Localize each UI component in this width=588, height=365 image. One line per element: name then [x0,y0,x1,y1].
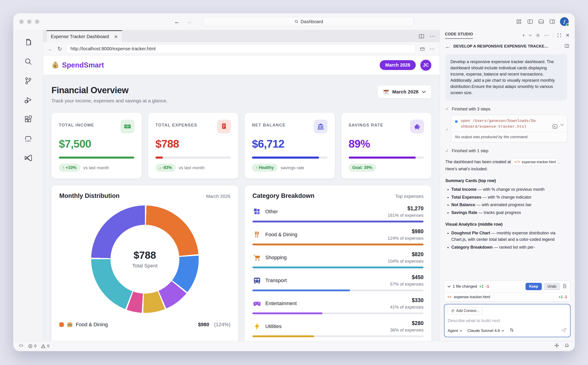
model-select[interactable]: Claude Sonnet 4.6 [468,329,504,333]
url-input[interactable] [66,44,415,53]
diff-file-icon[interactable] [562,283,567,290]
agent-mode-label: Agent [448,329,458,333]
refresh-icon[interactable]: ↻ [57,46,62,52]
maximize-window-icon[interactable] [35,20,39,24]
search-icon[interactable] [24,57,33,66]
month-picker[interactable]: 17 March 2028 [378,85,431,98]
paperclip-icon [451,309,454,313]
change-badge: ↑ +10% [59,164,80,172]
assistant-message: The dashboard has been created at </>exp… [445,158,567,172]
svg-text:LOO: LOO [25,140,30,142]
source-control-icon[interactable] [24,76,33,85]
tools-icon[interactable] [510,328,514,334]
address-bar[interactable]: Dashboard [204,17,414,26]
remote-icon[interactable] [19,343,23,349]
step-finished-1[interactable]: ✓ Finished with 1 step [445,148,567,153]
category-pct: 161% of expenses [388,213,424,218]
chevron-down-icon[interactable] [447,286,451,288]
panel-title: Category Breakdown [252,192,314,199]
category-row-food-dining: Food & Dining $980124% of expenses [252,228,424,246]
site-header: $ SpendSmart March 2028 JC [43,56,440,75]
panel-right-icon[interactable] [549,19,555,24]
section-heading: Visual Analytics (middle row) [445,222,567,227]
errors-indicator[interactable]: 0 [28,344,36,349]
move-icon[interactable] [554,343,559,349]
user-avatar[interactable]: JC [420,60,431,71]
summary-cards-list: Total Income — with % change vs previous… [451,186,567,216]
warnings-indicator[interactable]: 0 [41,344,49,349]
panel-hint: Top expenses [395,194,424,199]
minimize-window-icon[interactable] [27,20,31,24]
list-item: Savings Rate — tracks goal progress [451,210,567,216]
open-terminal-icon[interactable] [552,124,558,129]
task-title[interactable]: DEVELOP A RESPONSIVE EXPENSIVE TRACKER D… [453,44,550,49]
window-controls[interactable] [19,20,39,24]
gear-icon[interactable] [536,33,540,38]
category-name: Food & Dining [265,232,297,238]
tab-title: Expense Tracker Dashboard [51,34,109,39]
composer-input[interactable] [448,318,567,323]
agent-mode-select[interactable]: Agent [448,329,462,333]
card-net-balance: NET BALANCE $6,712 ↑ Healthy savings rat… [245,113,335,179]
doughnut-chart[interactable]: $788 Total Spent [91,205,199,313]
expand-icon[interactable] [557,33,562,38]
terminal-command-card[interactable]: open /Users/ganesan/Downloads/Dashboard/… [451,115,567,142]
account-avatar[interactable]: ʃ [560,17,569,26]
loo-logo-icon[interactable]: LOO [24,134,33,143]
files-icon[interactable] [24,38,33,47]
chat-scroll-area[interactable]: Develop a responsive expensive tracker d… [440,52,575,278]
layout-grid-icon[interactable] [516,19,522,24]
preview-more-icon[interactable]: ⋯ [430,46,435,52]
lightning-icon [252,322,262,331]
error-circle-icon [28,344,33,349]
chevron-down-icon[interactable] [560,124,564,126]
back-icon[interactable]: ← [174,18,180,25]
send-icon[interactable] [561,327,567,334]
close-window-icon[interactable] [19,20,24,24]
run-debug-icon[interactable] [24,96,33,105]
changed-file-row[interactable]: <> expense-tracker.html +1 -1 [444,293,570,302]
panel-left-icon[interactable] [527,19,533,24]
code-icon: <> [447,295,452,299]
legend-pct: (124%) [214,322,230,328]
fork-knife-icon [252,230,262,239]
badge-suffix: vs last month [83,165,109,170]
panel-bottom-icon[interactable] [538,19,544,24]
split-editor-icon[interactable] [418,34,425,39]
add-context-button[interactable]: Add Context... [448,307,482,315]
progress-bar [349,157,416,159]
app-name: SpendSmart [62,61,104,69]
extensions-icon[interactable] [24,115,33,124]
files-changed-label: 1 file changed [453,284,477,289]
card-label: NET BALANCE [252,123,286,128]
user-prompt-bubble: Develop a responsive expensive tracker d… [445,54,567,101]
tab-expense-tracker[interactable]: Expense Tracker Dashboard ✕ [46,30,122,42]
more-actions-icon[interactable]: ⋯ [430,33,435,40]
forward-icon[interactable]: → [186,18,192,25]
badge-suffix: vs last month [179,165,205,170]
category-name: Entertainment [265,301,297,307]
open-side-icon[interactable] [564,43,570,49]
address-text: Dashboard [301,19,323,24]
bell-icon[interactable] [565,343,569,349]
tab-close-icon[interactable]: ✕ [114,34,118,40]
preview-back-icon[interactable]: ← [48,46,53,52]
keep-button[interactable]: Keep [525,283,542,290]
undo-button[interactable]: Undo [544,283,560,290]
category-row-utilities: Utilities $28036% of expenses [252,320,424,337]
close-panel-icon[interactable]: ✕ [566,33,570,38]
more-options-icon[interactable]: ⋯ [544,33,549,38]
command-text: open /Users/ganesan/Downloads/Dashboard/… [461,118,537,129]
gamepad-icon [252,299,262,308]
new-chat-icon[interactable]: + [522,33,525,38]
vs-logo-icon[interactable] [24,153,33,162]
chevron-down-icon[interactable] [529,35,532,36]
panel-tab-code-studio[interactable]: CODE STUDIO [445,32,473,39]
back-icon[interactable]: ← [445,43,450,49]
step-finished-3[interactable]: ✓ Finished with 3 steps [445,106,567,112]
file-chip[interactable]: </>expense-tracker.html [512,158,558,166]
app-window: ← → Dashboard ʃ LOO [13,13,575,351]
warning-triangle-icon [41,344,45,349]
chat-composer[interactable]: Add Context... Agent Claude Sonnet 4.6 [444,304,571,337]
open-in-browser-icon[interactable] [419,46,425,51]
